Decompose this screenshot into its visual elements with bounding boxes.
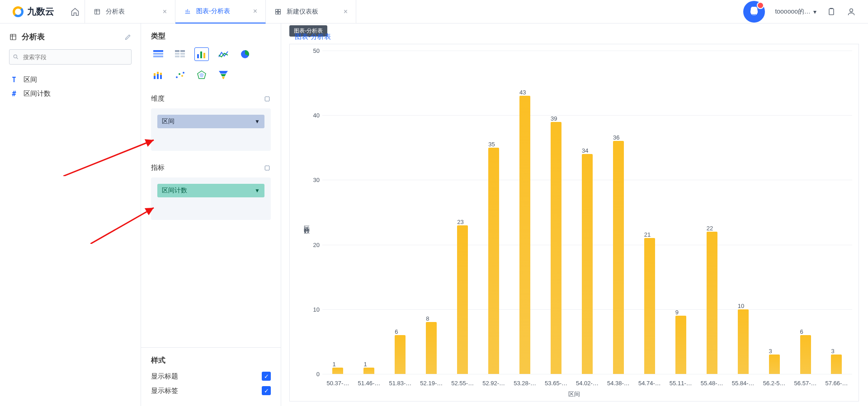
svg-marker-38 xyxy=(221,74,226,76)
x-tick-label: 52.19-… xyxy=(416,380,447,387)
profile-button[interactable] xyxy=(846,7,856,17)
bar[interactable] xyxy=(519,96,530,374)
type-table[interactable] xyxy=(151,47,165,61)
svg-point-34 xyxy=(183,72,184,74)
tab-new-dashboard[interactable]: 新建仪表板 × xyxy=(266,0,356,23)
bar-value-label: 1 xyxy=(363,361,367,368)
x-tick-label: 56.2-5… xyxy=(759,380,790,387)
bar[interactable] xyxy=(644,238,655,374)
svg-rect-2 xyxy=(278,9,281,11)
text-type-icon: T xyxy=(10,76,18,84)
field-label: 区间计数 xyxy=(24,89,51,98)
svg-point-33 xyxy=(181,75,183,77)
style-label: 显示标签 xyxy=(151,387,178,395)
svg-rect-3 xyxy=(276,12,278,14)
number-type-icon: # xyxy=(10,90,18,98)
checkbox-checked-icon[interactable]: ✓ xyxy=(262,386,271,395)
user-label: toooooo的… xyxy=(775,8,811,16)
bar[interactable] xyxy=(426,322,437,374)
dimension-pill[interactable]: 区间 ▼ xyxy=(157,115,264,128)
bar-column: 1 xyxy=(322,51,354,374)
type-funnel[interactable] xyxy=(216,68,231,82)
bar[interactable] xyxy=(363,368,374,374)
bar-column: 8 xyxy=(416,51,447,374)
bar[interactable] xyxy=(488,148,499,374)
type-bar[interactable] xyxy=(194,47,209,61)
bar[interactable] xyxy=(332,368,343,374)
bar-value-label: 3 xyxy=(831,348,834,355)
dimension-drop-zone[interactable]: 区间 ▼ xyxy=(151,108,271,151)
bar-column: 6 xyxy=(790,51,821,374)
support-chat-button[interactable] xyxy=(743,1,765,23)
type-scatter[interactable] xyxy=(173,68,187,82)
bar[interactable] xyxy=(800,335,811,374)
bar[interactable] xyxy=(769,355,780,374)
type-radar[interactable] xyxy=(194,68,209,82)
home-button[interactable] xyxy=(65,0,85,23)
svg-rect-25 xyxy=(154,76,156,79)
svg-rect-26 xyxy=(154,73,156,76)
type-stacked-bar[interactable] xyxy=(151,68,165,82)
close-icon[interactable]: × xyxy=(253,7,257,15)
svg-point-6 xyxy=(753,10,754,11)
type-heading: 类型 xyxy=(151,32,271,41)
bar-column: 3 xyxy=(759,51,790,374)
bar[interactable] xyxy=(707,232,717,374)
user-menu[interactable]: toooooo的… ▾ xyxy=(775,8,816,16)
bar[interactable] xyxy=(457,225,468,374)
bar-column: 3 xyxy=(821,51,852,374)
metric-pill[interactable]: 区间计数 ▼ xyxy=(157,184,264,197)
field-item-interval[interactable]: T 区间 xyxy=(9,73,132,87)
search-input[interactable] xyxy=(9,49,132,65)
bar-value-label: 34 xyxy=(582,147,588,154)
bar[interactable] xyxy=(675,316,686,374)
svg-rect-8 xyxy=(829,9,834,14)
y-axis-title: 区间计数 xyxy=(302,221,311,224)
edit-icon[interactable] xyxy=(124,33,132,41)
brand-name: 九数云 xyxy=(27,5,54,18)
bar[interactable] xyxy=(738,309,749,374)
svg-rect-29 xyxy=(160,75,162,79)
bar-value-label: 22 xyxy=(707,225,713,232)
tab-chart-analysis[interactable]: 图表-分析表 × xyxy=(175,0,266,23)
bar[interactable] xyxy=(582,154,593,374)
svg-marker-36 xyxy=(199,73,204,77)
bar-value-label: 8 xyxy=(426,315,429,322)
close-icon[interactable]: × xyxy=(344,8,348,16)
bar[interactable] xyxy=(831,355,842,374)
x-tick-label: 55.11-… xyxy=(665,380,696,387)
gear-icon[interactable] xyxy=(264,164,271,172)
chart-icon xyxy=(184,7,192,15)
y-tick-label: 0 xyxy=(302,371,320,378)
checkbox-checked-icon[interactable]: ✓ xyxy=(262,372,271,381)
svg-point-9 xyxy=(850,9,853,12)
clipboard-button[interactable] xyxy=(826,7,836,17)
svg-rect-19 xyxy=(175,56,179,57)
svg-rect-0 xyxy=(95,9,100,14)
style-show-title[interactable]: 显示标题 ✓ xyxy=(151,372,271,381)
tab-analysis-table[interactable]: 分析表 × xyxy=(85,0,175,23)
gear-icon[interactable] xyxy=(264,95,271,103)
style-show-labels[interactable]: 显示标签 ✓ xyxy=(151,386,271,395)
dashboard-icon xyxy=(274,8,282,16)
bar-value-label: 10 xyxy=(738,303,744,309)
bar-column: 23 xyxy=(447,51,478,374)
bar-value-label: 23 xyxy=(457,219,463,225)
bar[interactable] xyxy=(395,335,406,374)
svg-marker-37 xyxy=(219,71,228,74)
close-icon[interactable]: × xyxy=(163,8,167,16)
bar-column: 1 xyxy=(354,51,385,374)
chevron-down-icon: ▾ xyxy=(813,8,816,15)
pill-label: 区间 xyxy=(162,117,175,126)
chart-type-grid xyxy=(151,47,271,82)
type-pie[interactable] xyxy=(238,47,252,61)
bar[interactable] xyxy=(551,122,561,374)
type-crosstable[interactable] xyxy=(173,47,187,61)
chart-canvas: 区间计数 01020304050116823354339343621922103… xyxy=(289,44,859,401)
field-item-interval-count[interactable]: # 区间计数 xyxy=(9,87,132,101)
x-tick-label: 54.38-… xyxy=(603,380,634,387)
y-tick-label: 30 xyxy=(302,177,320,183)
type-line[interactable] xyxy=(216,47,231,61)
metric-drop-zone[interactable]: 区间计数 ▼ xyxy=(151,177,271,220)
bar[interactable] xyxy=(613,141,624,374)
